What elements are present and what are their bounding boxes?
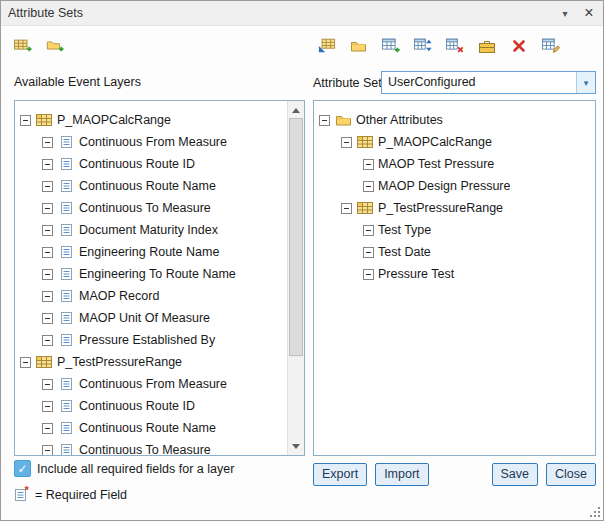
toolbar-layer-plus-button[interactable] [11,34,34,57]
tree-item-label: Engineering Route Name [79,245,219,259]
attribute-set-dropdown[interactable]: UserConfigured ▾ [381,71,596,94]
collapse-minus-icon[interactable] [363,159,374,170]
collapse-minus-icon[interactable] [42,225,53,236]
tree-item-label: Other Attributes [356,113,443,127]
red-x-icon [510,38,528,54]
tree-item[interactable]: Engineering Route Name [15,241,287,263]
tree-item-label: Continuous Route ID [79,399,195,413]
tree-item[interactable]: Pressure Test [314,263,595,285]
collapse-minus-icon[interactable] [363,181,374,192]
toolbar-table-arrows-button[interactable] [411,34,434,57]
scroll-up-icon[interactable] [288,102,304,118]
tree-item[interactable]: Test Date [314,241,595,263]
collapse-minus-icon[interactable] [42,181,53,192]
collapse-minus-icon[interactable] [42,313,53,324]
tree-item[interactable]: Test Type [314,219,595,241]
layer-arrow-icon [318,38,336,54]
include-required-fields-checkbox[interactable] [14,460,31,477]
collapse-minus-icon[interactable] [341,203,352,214]
tree-item[interactable]: Pressure Established By [15,329,287,351]
tree-item[interactable]: P_TestPressureRange [314,197,595,219]
collapse-minus-icon[interactable] [319,115,330,126]
collapse-minus-icon[interactable] [20,115,31,126]
collapse-minus-icon[interactable] [42,379,53,390]
tree-item[interactable]: MAOP Record [15,285,287,307]
resize-grip[interactable] [588,505,600,517]
field-icon [57,420,75,436]
tree-item-label: Test Type [378,223,431,237]
collapse-minus-icon[interactable] [42,335,53,346]
toolbar-briefcase-button[interactable] [475,34,498,57]
collapse-minus-icon[interactable] [363,269,374,280]
footer-buttons: ExportImportSaveClose [313,462,596,486]
chevron-down-icon[interactable]: ▾ [576,72,595,93]
scroll-down-icon[interactable] [288,438,304,454]
collapse-minus-icon[interactable] [42,291,53,302]
import-button[interactable]: Import [375,463,428,486]
collapse-minus-icon[interactable] [341,137,352,148]
field-icon [57,156,75,172]
tree-item-label: Test Date [378,245,431,259]
folder-icon [350,38,368,54]
window-title: Attribute Sets [8,6,83,20]
toolbar-table-x-button[interactable] [443,34,466,57]
close-button[interactable]: Close [546,463,596,486]
tree-item[interactable]: P_MAOPCalcRange [15,109,287,131]
field-icon [57,398,75,414]
tree-item[interactable]: Continuous To Measure [15,197,287,219]
required-field-icon: * [13,485,33,502]
collapse-minus-icon[interactable] [42,423,53,434]
toolbar-left-group [11,34,66,57]
tree-item[interactable]: Other Attributes [314,109,595,131]
export-button[interactable]: Export [313,463,367,486]
scroll-thumb[interactable] [289,118,303,356]
field-icon [57,442,75,455]
scrollbar[interactable] [287,101,304,455]
tree-item[interactable]: MAOP Test Pressure [314,153,595,175]
folder-plus-icon [46,38,64,54]
tree-item-label: Document Maturity Index [79,223,218,237]
tree-item[interactable]: MAOP Design Pressure [314,175,595,197]
collapse-minus-icon[interactable] [42,401,53,412]
available-layers-panel: P_MAOPCalcRangeContinuous From MeasureCo… [14,100,305,456]
collapse-minus-icon[interactable] [42,269,53,280]
tree-item[interactable]: Continuous Route ID [15,153,287,175]
toolbar-red-x-button[interactable] [507,34,530,57]
collapse-minus-icon[interactable] [42,247,53,258]
tree-item[interactable]: P_TestPressureRange [15,351,287,373]
collapse-minus-icon[interactable] [363,225,374,236]
collapse-minus-icon[interactable] [42,445,53,456]
tree-item[interactable]: Continuous Route ID [15,395,287,417]
tree-item[interactable]: Engineering To Route Name [15,263,287,285]
tree-item-label: P_MAOPCalcRange [57,113,171,127]
attribute-set-dropdown-value: UserConfigured [382,72,576,93]
tree-item-label: Continuous From Measure [79,135,227,149]
field-icon [57,200,75,216]
collapse-minus-icon[interactable] [42,159,53,170]
save-button[interactable]: Save [492,463,539,486]
tree-item[interactable]: MAOP Unit Of Measure [15,307,287,329]
field-icon [57,310,75,326]
collapse-minus-icon[interactable] [20,357,31,368]
collapse-minus-icon[interactable] [42,137,53,148]
toolbar-layer-arrow-button[interactable] [315,34,338,57]
tree-item[interactable]: Continuous Route Name [15,175,287,197]
tree-item[interactable]: P_MAOPCalcRange [314,131,595,153]
tree-item[interactable]: Document Maturity Index [15,219,287,241]
tree-item[interactable]: Continuous From Measure [15,131,287,153]
attribute-sets-dialog: Attribute Sets ▾ × Available Event Layer… [0,0,604,521]
toolbar-folder-plus-button[interactable] [43,34,66,57]
toolbar-table-plus-button[interactable] [379,34,402,57]
tree-item[interactable]: Continuous Route Name [15,417,287,439]
collapse-minus-icon[interactable] [363,247,374,258]
event-layer-icon [356,200,374,216]
field-icon [57,266,75,282]
toolbar-table-edit-button[interactable] [539,34,562,57]
close-icon[interactable]: × [582,5,596,21]
tree-item[interactable]: Continuous From Measure [15,373,287,395]
collapse-minus-icon[interactable] [42,203,53,214]
attribute-set-label: Attribute Set: [313,76,385,90]
window-menu-icon[interactable]: ▾ [558,5,572,21]
toolbar-folder-button[interactable] [347,34,370,57]
tree-item[interactable]: Continuous To Measure [15,439,287,455]
